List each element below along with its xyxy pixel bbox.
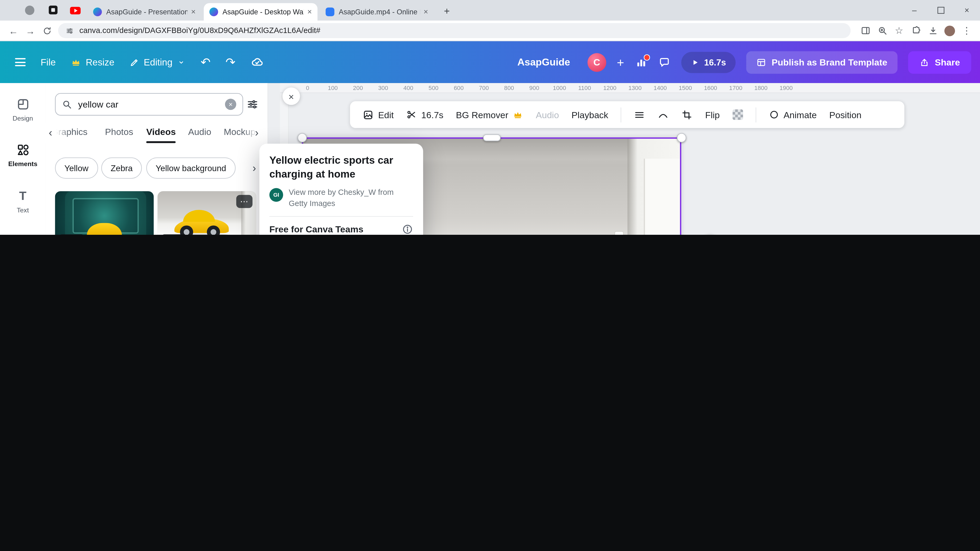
- pinned-tab[interactable]: [49, 6, 57, 14]
- url-text: canva.com/design/DAGXFBBoiYg/0U8xD9Q6AHZ…: [80, 26, 320, 35]
- search-input[interactable]: [77, 99, 220, 110]
- resize-handle-top-right[interactable]: [677, 133, 686, 142]
- resize-handle-top-left[interactable]: [298, 133, 307, 142]
- horizontal-ruler: 0100200300400500600700800900100011001200…: [280, 83, 980, 93]
- bg-remover-button[interactable]: BG Remover: [456, 110, 523, 120]
- toolbar-divider: [621, 107, 621, 122]
- comments-button[interactable]: [658, 56, 670, 68]
- tab-close-icon[interactable]: ×: [191, 8, 196, 16]
- tab-videos[interactable]: Videos: [146, 127, 176, 137]
- ruler-mark: 1500: [673, 84, 698, 91]
- clear-search-button[interactable]: ×: [225, 99, 236, 110]
- ruler-mark: 1900: [773, 84, 799, 91]
- curve-icon[interactable]: [658, 109, 669, 120]
- redo-button[interactable]: ↷: [226, 56, 235, 68]
- browser-tab[interactable]: AsapGuide - Presentation ×: [88, 3, 201, 21]
- suggestion-chip[interactable]: Yellow background: [146, 157, 235, 179]
- browser-menu-button[interactable]: ⋮: [958, 22, 975, 39]
- video-result[interactable]: 14.0s: [55, 191, 154, 235]
- main-menu-button[interactable]: [15, 56, 25, 68]
- filter-icon[interactable]: [247, 98, 259, 110]
- transparency-icon[interactable]: [732, 110, 743, 120]
- tab-close-icon[interactable]: ×: [423, 8, 428, 16]
- sidebar-item-brand[interactable]: Brand: [0, 226, 46, 235]
- publish-brand-template-button[interactable]: Publish as Brand Template: [746, 51, 897, 73]
- undo-button[interactable]: ↶: [200, 56, 210, 68]
- sidebar-item-text[interactable]: T Text: [0, 181, 46, 222]
- chips-scroll-right-icon[interactable]: ›: [253, 163, 256, 174]
- zoom-button[interactable]: [874, 22, 891, 39]
- edit-button[interactable]: Edit: [363, 109, 394, 120]
- ruler-mark: 600: [446, 84, 471, 91]
- thumbnail-image: [55, 191, 154, 235]
- ruler-mark: 1000: [547, 84, 572, 91]
- active-tab-underline: [146, 141, 175, 143]
- tabs-scroll-right-icon[interactable]: ›: [255, 127, 259, 138]
- download-icon: [928, 25, 938, 36]
- tab-audio[interactable]: Audio: [188, 127, 211, 137]
- suggestion-chip[interactable]: Yellow: [55, 157, 98, 179]
- tabs-scroll-left-icon[interactable]: ‹: [49, 127, 52, 138]
- invite-member-button[interactable]: +: [617, 56, 624, 68]
- browser-tab-active[interactable]: AsapGuide - Desktop Wallpape ×: [204, 3, 317, 21]
- browser-profile-avatar[interactable]: [941, 22, 958, 39]
- design-icon: [16, 97, 30, 111]
- downloads-button[interactable]: [924, 22, 941, 39]
- asset-byline-row[interactable]: GI View more by Chesky_W from Getty Imag…: [269, 187, 413, 209]
- tab-title: AsapGuide - Presentation: [106, 8, 187, 16]
- suggestion-chip[interactable]: Zebra: [101, 157, 142, 179]
- text-icon: T: [19, 189, 26, 203]
- ruler-mark: 200: [345, 84, 371, 91]
- resize-handle-top[interactable]: [483, 135, 501, 141]
- sidebar-item-elements[interactable]: Elements: [0, 135, 46, 176]
- crop-icon[interactable]: [681, 109, 693, 120]
- reload-button[interactable]: [39, 22, 56, 39]
- ruler-mark: 400: [396, 84, 421, 91]
- asset-byline[interactable]: View more by Chesky_W from Getty Images: [289, 187, 411, 209]
- window-close-button[interactable]: ×: [954, 0, 980, 20]
- file-menu[interactable]: File: [41, 57, 56, 68]
- address-bar[interactable]: canva.com/design/DAGXFBBoiYg/0U8xD9Q6AHZ…: [58, 23, 851, 38]
- canva-favicon: [209, 8, 218, 16]
- tab-photos[interactable]: Photos: [105, 127, 133, 137]
- canva-header: File Resize Editing ↶ ↷ AsapGuide C +: [0, 41, 980, 83]
- zoom-icon: [877, 25, 887, 36]
- video-result-selected[interactable]: 17.0s ⋯: [158, 191, 256, 235]
- trim-button[interactable]: 16.7s: [406, 110, 444, 120]
- tab-close-icon[interactable]: ×: [307, 8, 312, 16]
- ruler-mark: 800: [496, 84, 522, 91]
- bookmark-button[interactable]: ☆: [891, 22, 907, 39]
- getty-badge: GI: [269, 187, 283, 202]
- adjust-lines-icon[interactable]: [634, 109, 645, 120]
- ruler-mark: 700: [471, 84, 497, 91]
- pinned-tab-youtube[interactable]: [70, 7, 81, 14]
- extensions-button[interactable]: [908, 22, 924, 39]
- browser-tab[interactable]: AsapGuide.mp4 - Online Rever ×: [320, 3, 434, 21]
- insights-button[interactable]: [635, 56, 647, 68]
- user-avatar[interactable]: C: [587, 53, 606, 71]
- playback-button[interactable]: Playback: [571, 110, 608, 120]
- close-panel-button[interactable]: ×: [283, 87, 300, 105]
- sidebar-item-design[interactable]: Design: [0, 89, 46, 130]
- search-box[interactable]: ×: [55, 93, 243, 116]
- info-icon[interactable]: [402, 224, 413, 235]
- share-button[interactable]: Share: [908, 51, 971, 73]
- forward-button[interactable]: →: [22, 22, 39, 39]
- pinned-tab[interactable]: [25, 6, 34, 15]
- design-title[interactable]: AsapGuide: [488, 41, 600, 83]
- new-tab-button[interactable]: +: [439, 3, 455, 19]
- element-toolbar: Edit 16.7s BG Remover Audio Playback Fli…: [350, 101, 904, 128]
- flip-button[interactable]: Flip: [705, 110, 720, 120]
- resize-menu[interactable]: Resize: [71, 57, 115, 68]
- animate-button[interactable]: Animate: [768, 110, 817, 120]
- asset-title: Yellow electric sports car charging at h…: [269, 154, 413, 181]
- back-button[interactable]: ←: [5, 22, 22, 39]
- window-minimize-button[interactable]: –: [901, 0, 928, 20]
- position-button[interactable]: Position: [829, 110, 861, 120]
- editing-mode-menu[interactable]: Editing: [129, 57, 186, 68]
- share-icon: [919, 57, 929, 67]
- side-panel-button[interactable]: [857, 22, 874, 39]
- present-play-button[interactable]: 16.7s: [681, 52, 735, 73]
- window-maximize-button[interactable]: [928, 0, 954, 20]
- more-options-button[interactable]: ⋯: [236, 195, 253, 208]
